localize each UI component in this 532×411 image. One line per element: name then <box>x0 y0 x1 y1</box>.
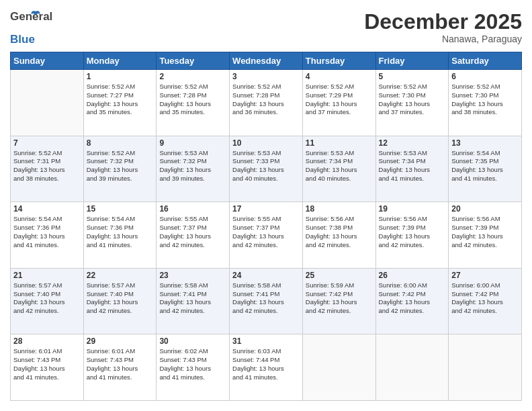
calendar-header-friday: Friday <box>375 52 449 70</box>
day-number: 6 <box>451 72 519 81</box>
day-info: Sunrise: 5:52 AMSunset: 7:27 PMDaylight:… <box>87 83 154 117</box>
day-info: Sunrise: 5:57 AMSunset: 7:40 PMDaylight:… <box>87 281 154 316</box>
calendar-cell: 31Sunrise: 6:03 AMSunset: 7:44 PMDayligh… <box>230 334 303 401</box>
day-info: Sunrise: 5:53 AMSunset: 7:34 PMDaylight:… <box>306 149 373 183</box>
day-number: 1 <box>87 72 154 81</box>
day-info: Sunrise: 5:54 AMSunset: 7:36 PMDaylight:… <box>13 215 81 249</box>
calendar-cell: 11Sunrise: 5:53 AMSunset: 7:34 PMDayligh… <box>302 136 375 202</box>
day-number: 23 <box>159 271 226 280</box>
day-number: 27 <box>451 271 519 280</box>
calendar-cell: 6Sunrise: 5:52 AMSunset: 7:30 PMDaylight… <box>449 70 522 136</box>
calendar-week-row: 28Sunrise: 6:01 AMSunset: 7:43 PMDayligh… <box>11 334 522 401</box>
calendar-week-row: 1Sunrise: 5:52 AMSunset: 7:27 PMDaylight… <box>11 70 522 136</box>
day-number: 7 <box>13 138 81 148</box>
calendar-header-saturday: Saturday <box>449 52 522 70</box>
calendar-cell: 8Sunrise: 5:52 AMSunset: 7:32 PMDaylight… <box>83 136 157 202</box>
day-info: Sunrise: 5:52 AMSunset: 7:28 PMDaylight:… <box>159 83 226 117</box>
title-section: December 2025 Nanawa, Paraguay <box>364 10 522 44</box>
day-info: Sunrise: 5:52 AMSunset: 7:30 PMDaylight:… <box>379 83 446 117</box>
calendar-header-tuesday: Tuesday <box>157 52 230 70</box>
calendar-week-row: 7Sunrise: 5:52 AMSunset: 7:31 PMDaylight… <box>11 136 522 202</box>
day-info: Sunrise: 5:52 AMSunset: 7:32 PMDaylight:… <box>87 149 154 183</box>
day-info: Sunrise: 6:00 AMSunset: 7:42 PMDaylight:… <box>379 281 446 316</box>
day-number: 11 <box>306 138 373 148</box>
calendar-body: 1Sunrise: 5:52 AMSunset: 7:27 PMDaylight… <box>11 70 522 401</box>
calendar-cell <box>11 70 84 136</box>
day-number: 9 <box>159 138 226 148</box>
day-info: Sunrise: 5:52 AMSunset: 7:28 PMDaylight:… <box>232 83 300 117</box>
calendar-cell: 18Sunrise: 5:56 AMSunset: 7:38 PMDayligh… <box>302 202 375 269</box>
logo-bird-icon <box>30 10 41 21</box>
day-info: Sunrise: 5:52 AMSunset: 7:31 PMDaylight:… <box>13 149 81 183</box>
location: Nanawa, Paraguay <box>364 34 522 44</box>
calendar-cell: 13Sunrise: 5:54 AMSunset: 7:35 PMDayligh… <box>449 136 522 202</box>
day-number: 19 <box>379 204 446 214</box>
calendar-cell: 9Sunrise: 5:53 AMSunset: 7:32 PMDaylight… <box>157 136 230 202</box>
day-number: 25 <box>306 271 373 280</box>
calendar-header-wednesday: Wednesday <box>230 52 303 70</box>
month-title: December 2025 <box>364 10 522 34</box>
day-info: Sunrise: 5:59 AMSunset: 7:42 PMDaylight:… <box>306 281 373 316</box>
day-number: 15 <box>87 204 154 214</box>
calendar-cell: 22Sunrise: 5:57 AMSunset: 7:40 PMDayligh… <box>83 268 157 334</box>
calendar-header-monday: Monday <box>83 52 157 70</box>
day-info: Sunrise: 6:01 AMSunset: 7:43 PMDaylight:… <box>13 347 81 381</box>
calendar-cell: 2Sunrise: 5:52 AMSunset: 7:28 PMDaylight… <box>157 70 230 136</box>
day-info: Sunrise: 5:57 AMSunset: 7:40 PMDaylight:… <box>13 281 81 316</box>
day-number: 21 <box>13 271 81 280</box>
calendar-cell: 17Sunrise: 5:55 AMSunset: 7:37 PMDayligh… <box>230 202 303 269</box>
day-number: 3 <box>232 72 300 81</box>
day-number: 16 <box>159 204 226 214</box>
calendar-cell: 16Sunrise: 5:55 AMSunset: 7:37 PMDayligh… <box>157 202 230 269</box>
calendar-cell <box>375 334 449 401</box>
day-number: 8 <box>87 138 154 148</box>
day-info: Sunrise: 6:01 AMSunset: 7:43 PMDaylight:… <box>87 347 154 381</box>
calendar-cell: 28Sunrise: 6:01 AMSunset: 7:43 PMDayligh… <box>11 334 84 401</box>
calendar-cell: 1Sunrise: 5:52 AMSunset: 7:27 PMDaylight… <box>83 70 157 136</box>
day-number: 13 <box>451 138 519 148</box>
day-info: Sunrise: 5:52 AMSunset: 7:29 PMDaylight:… <box>306 83 373 117</box>
day-number: 24 <box>232 271 300 280</box>
day-number: 20 <box>451 204 519 214</box>
calendar-cell: 4Sunrise: 5:52 AMSunset: 7:29 PMDaylight… <box>302 70 375 136</box>
calendar-week-row: 14Sunrise: 5:54 AMSunset: 7:36 PMDayligh… <box>11 202 522 269</box>
calendar-cell: 15Sunrise: 5:54 AMSunset: 7:36 PMDayligh… <box>83 202 157 269</box>
day-number: 4 <box>306 72 373 81</box>
calendar-cell <box>302 334 375 401</box>
day-info: Sunrise: 5:56 AMSunset: 7:38 PMDaylight:… <box>306 215 373 249</box>
calendar-cell: 24Sunrise: 5:58 AMSunset: 7:41 PMDayligh… <box>230 268 303 334</box>
day-info: Sunrise: 5:53 AMSunset: 7:33 PMDaylight:… <box>232 149 300 183</box>
day-info: Sunrise: 5:56 AMSunset: 7:39 PMDaylight:… <box>379 215 446 249</box>
day-info: Sunrise: 5:54 AMSunset: 7:36 PMDaylight:… <box>87 215 154 249</box>
day-number: 10 <box>232 138 300 148</box>
day-info: Sunrise: 5:52 AMSunset: 7:30 PMDaylight:… <box>451 83 519 117</box>
day-info: Sunrise: 5:56 AMSunset: 7:39 PMDaylight:… <box>451 215 519 249</box>
header: General Blue December 2025 Nanawa, Parag… <box>10 10 522 46</box>
day-number: 18 <box>306 204 373 214</box>
calendar-header-sunday: Sunday <box>11 52 84 70</box>
calendar-cell: 14Sunrise: 5:54 AMSunset: 7:36 PMDayligh… <box>11 202 84 269</box>
day-number: 26 <box>379 271 446 280</box>
day-number: 12 <box>379 138 446 148</box>
calendar-header-row: SundayMondayTuesdayWednesdayThursdayFrid… <box>11 52 522 70</box>
day-info: Sunrise: 5:53 AMSunset: 7:32 PMDaylight:… <box>159 149 226 183</box>
day-info: Sunrise: 5:54 AMSunset: 7:35 PMDaylight:… <box>451 149 519 183</box>
page: General Blue December 2025 Nanawa, Parag… <box>0 0 532 411</box>
day-info: Sunrise: 5:55 AMSunset: 7:37 PMDaylight:… <box>232 215 300 249</box>
day-info: Sunrise: 5:53 AMSunset: 7:34 PMDaylight:… <box>379 149 446 183</box>
calendar: SundayMondayTuesdayWednesdayThursdayFrid… <box>10 52 522 401</box>
calendar-cell: 7Sunrise: 5:52 AMSunset: 7:31 PMDaylight… <box>11 136 84 202</box>
day-info: Sunrise: 6:03 AMSunset: 7:44 PMDaylight:… <box>232 347 300 381</box>
day-number: 30 <box>159 336 226 346</box>
calendar-cell: 27Sunrise: 6:00 AMSunset: 7:42 PMDayligh… <box>449 268 522 334</box>
calendar-cell <box>449 334 522 401</box>
day-number: 17 <box>232 204 300 214</box>
calendar-cell: 29Sunrise: 6:01 AMSunset: 7:43 PMDayligh… <box>83 334 157 401</box>
day-number: 28 <box>13 336 81 346</box>
calendar-cell: 10Sunrise: 5:53 AMSunset: 7:33 PMDayligh… <box>230 136 303 202</box>
logo-blue-text: Blue <box>10 33 35 46</box>
logo: General Blue <box>10 10 47 46</box>
calendar-cell: 26Sunrise: 6:00 AMSunset: 7:42 PMDayligh… <box>375 268 449 334</box>
calendar-cell: 30Sunrise: 6:02 AMSunset: 7:43 PMDayligh… <box>157 334 230 401</box>
day-number: 14 <box>13 204 81 214</box>
